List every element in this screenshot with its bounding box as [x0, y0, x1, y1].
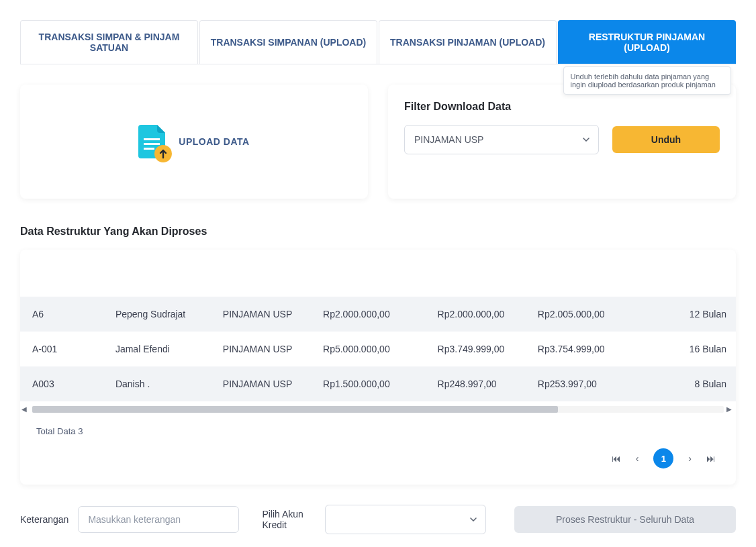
- page-last-icon[interactable]: ⏭: [706, 453, 716, 464]
- cards-row: UPLOAD DATA Filter Download Data PINJAMA…: [20, 85, 736, 199]
- tab-pinjaman-upload[interactable]: TRANSAKSI PINJAMAN (UPLOAD): [379, 20, 557, 64]
- tab-label: TRANSAKSI SIMPAN & PINJAM SATUAN: [28, 32, 191, 53]
- product-select-value: PINJAMAN USP: [414, 134, 483, 145]
- page-first-icon[interactable]: ⏮: [612, 453, 621, 464]
- tab-restruktur-upload[interactable]: RESTRUKTUR PINJAMAN (UPLOAD) Unduh terle…: [558, 20, 736, 64]
- chevron-down-icon: [583, 138, 589, 142]
- restructure-table: A6Pepeng SudrajatPINJAMAN USPRp2.000.000…: [20, 297, 736, 401]
- filter-card: Filter Download Data PINJAMAN USP Unduh: [388, 85, 736, 199]
- cell: Jamal Efendi: [106, 332, 214, 366]
- cell: Rp3.754.999,00: [528, 332, 628, 366]
- keterangan-label: Keterangan: [20, 514, 68, 525]
- download-button[interactable]: Unduh: [612, 126, 720, 153]
- filter-title-text: Filter Download Data: [404, 101, 511, 112]
- chevron-down-icon: [470, 517, 477, 521]
- page-current[interactable]: 1: [653, 448, 673, 468]
- product-select[interactable]: PINJAMAN USP: [404, 125, 599, 154]
- cell: Danish .: [106, 366, 214, 401]
- scroll-track[interactable]: [32, 406, 724, 413]
- cell: A003: [20, 366, 106, 401]
- table-header-space: [20, 250, 736, 297]
- product-select-wrap: PINJAMAN USP: [404, 125, 599, 154]
- table-wrap: A6Pepeng SudrajatPINJAMAN USPRp2.000.000…: [20, 250, 736, 401]
- total-count: Total Data 3: [20, 419, 736, 440]
- cell: PINJAMAN USP: [214, 332, 314, 366]
- tab-label: RESTRUKTUR PINJAMAN (UPLOAD): [565, 32, 728, 53]
- page-prev-icon[interactable]: ‹: [636, 453, 639, 464]
- download-tooltip: Unduh terlebih dahulu data pinjaman yang…: [563, 66, 731, 95]
- svg-rect-0: [144, 138, 160, 140]
- cell: A6: [20, 297, 106, 332]
- akun-select-wrap: [325, 505, 486, 534]
- cell: Rp5.000.000,00: [314, 332, 428, 366]
- cell: PINJAMAN USP: [214, 366, 314, 401]
- process-button[interactable]: Proses Restruktur - Seluruh Data: [514, 506, 736, 533]
- page-next-icon[interactable]: ›: [688, 453, 692, 464]
- keterangan-input[interactable]: [78, 506, 239, 533]
- table-row[interactable]: A6Pepeng SudrajatPINJAMAN USPRp2.000.000…: [20, 297, 736, 332]
- tab-label: TRANSAKSI SIMPANAN (UPLOAD): [211, 37, 367, 48]
- filter-row: PINJAMAN USP Unduh: [404, 125, 720, 154]
- pagination: ⏮ ‹ 1 › ⏭: [20, 440, 736, 468]
- upload-card[interactable]: UPLOAD DATA: [20, 85, 368, 199]
- scroll-right-icon[interactable]: ▶: [726, 405, 735, 413]
- cell: Rp1.500.000,00: [314, 366, 428, 401]
- cell: 8 Bulan: [628, 366, 736, 401]
- upload-arrow-icon: [154, 145, 172, 162]
- upload-label: UPLOAD DATA: [179, 136, 249, 147]
- cell: Rp2.000.000,00: [428, 297, 528, 332]
- cell: 16 Bulan: [628, 332, 736, 366]
- cell: Rp2.000.000,00: [314, 297, 428, 332]
- scroll-left-icon[interactable]: ◀: [21, 405, 30, 413]
- cell: Rp2.005.000,00: [528, 297, 628, 332]
- section-title: Data Restruktur Yang Akan Diproses: [20, 226, 736, 238]
- table-row[interactable]: A-001Jamal EfendiPINJAMAN USPRp5.000.000…: [20, 332, 736, 366]
- akun-select[interactable]: [325, 505, 486, 534]
- bottom-row: Keterangan Pilih Akun Kredit Proses Rest…: [20, 505, 736, 534]
- filter-title: Filter Download Data: [404, 101, 720, 113]
- blur-badge: [653, 104, 693, 111]
- cell: Rp253.997,00: [528, 366, 628, 401]
- svg-rect-2: [144, 148, 154, 150]
- scroll-thumb[interactable]: [32, 406, 558, 413]
- upload-icon: [138, 125, 168, 158]
- tab-label: TRANSAKSI PINJAMAN (UPLOAD): [390, 37, 545, 48]
- cell: 12 Bulan: [628, 297, 736, 332]
- cell: Pepeng Sudrajat: [106, 297, 214, 332]
- tab-row: TRANSAKSI SIMPAN & PINJAM SATUAN TRANSAK…: [20, 20, 736, 64]
- cell: PINJAMAN USP: [214, 297, 314, 332]
- cell: Rp3.749.999,00: [428, 332, 528, 366]
- cell: A-001: [20, 332, 106, 366]
- tab-simpanan-upload[interactable]: TRANSAKSI SIMPANAN (UPLOAD): [199, 20, 377, 64]
- cell: Rp248.997,00: [428, 366, 528, 401]
- table-row[interactable]: A003Danish .PINJAMAN USPRp1.500.000,00Rp…: [20, 366, 736, 401]
- tab-simpan-pinjam-satuan[interactable]: TRANSAKSI SIMPAN & PINJAM SATUAN: [20, 20, 198, 64]
- akun-label: Pilih Akun Kredit: [262, 509, 316, 530]
- table-card: A6Pepeng SudrajatPINJAMAN USPRp2.000.000…: [20, 250, 736, 485]
- horizontal-scrollbar[interactable]: ◀ ▶: [20, 401, 736, 419]
